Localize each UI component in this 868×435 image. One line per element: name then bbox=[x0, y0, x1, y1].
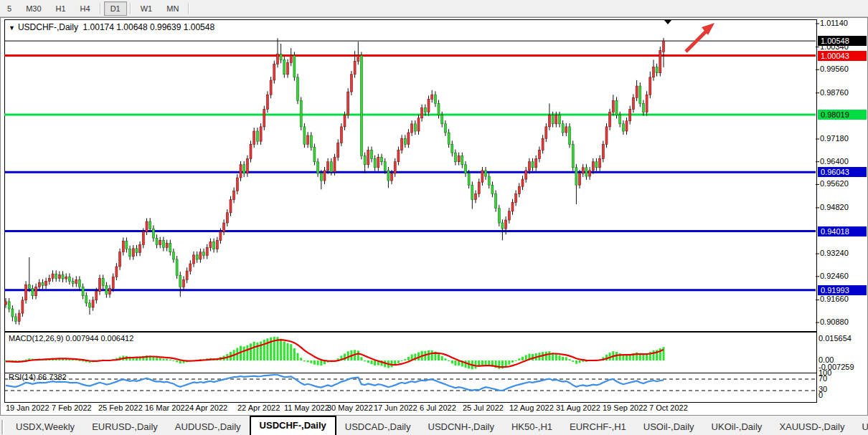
symbol-tab-eurchf-h1[interactable]: EURCHF-,H1 bbox=[561, 419, 635, 435]
timeframe-button-M30[interactable]: M30 bbox=[19, 1, 47, 16]
rsi-axis-0: 0 bbox=[819, 391, 823, 399]
symbol-tab-usdchf-daily[interactable]: USDCHF-,Daily bbox=[250, 416, 336, 435]
price-pane[interactable] bbox=[4, 19, 817, 332]
symbol-tab-ukoil-daily[interactable]: UKOil-,Daily bbox=[703, 419, 771, 435]
symbol-tab-usdx-weekly[interactable]: USDX,Weekly bbox=[7, 419, 83, 435]
price-tick-0.98760: 0.98760 bbox=[820, 88, 849, 97]
symbol-tab-ukoil-da[interactable]: UKOil-,Da bbox=[853, 419, 868, 435]
date-tick: 31 Aug 2022 bbox=[556, 403, 600, 412]
price-badge-1.00548: 1.00548 bbox=[818, 36, 867, 46]
toolbar-separator bbox=[188, 3, 189, 14]
date-tick: 12 Aug 2022 bbox=[509, 403, 554, 412]
timeframe-button-MN[interactable]: MN bbox=[160, 1, 185, 16]
date-tick: 25 Jul 2022 bbox=[463, 403, 504, 412]
symbol-tab-audusd-daily[interactable]: AUDUSD-,Daily bbox=[166, 419, 250, 435]
date-tick: 19 Sep 2022 bbox=[603, 403, 647, 412]
date-tick: 19 Jan 2022 bbox=[6, 403, 49, 412]
price-tick-0.95620: 0.95620 bbox=[820, 179, 849, 188]
symbol-tab-hk50-h1[interactable]: HK50-,H1 bbox=[503, 419, 561, 435]
chart-title: ▼USDCHF-,Daily 1.00174 1.00648 0.99639 1… bbox=[9, 22, 214, 32]
price-badge-0.96043: 0.96043 bbox=[818, 167, 867, 177]
price-badge-1.00043: 1.00043 bbox=[818, 51, 867, 61]
toolbar-separator bbox=[130, 3, 131, 14]
price-tick-0.91660: 0.91660 bbox=[820, 295, 849, 303]
date-tick: 6 Jul 2022 bbox=[420, 403, 456, 412]
rsi-label: RSI(14) 66.7382 bbox=[9, 373, 67, 381]
date-tick: 25 Feb 2022 bbox=[98, 403, 143, 412]
date-tick: 7 Feb 2022 bbox=[52, 403, 92, 412]
date-tick: 11 May 2022 bbox=[284, 403, 329, 412]
tabbar-grip[interactable] bbox=[1, 420, 4, 434]
date-tick: 30 May 2022 bbox=[327, 403, 373, 412]
date-tick: 22 Apr 2022 bbox=[237, 403, 280, 412]
chart-window bbox=[0, 17, 868, 416]
symbol-label: USDCHF-,Daily bbox=[18, 22, 78, 32]
symbol-tab-eurusd-daily[interactable]: EURUSD-,Daily bbox=[83, 419, 166, 435]
date-tick: 16 Mar 2022 bbox=[145, 403, 189, 412]
price-tick-0.92460: 0.92460 bbox=[820, 272, 849, 280]
price-badge-0.94018: 0.94018 bbox=[818, 226, 867, 236]
price-badge-0.98019: 0.98019 bbox=[818, 110, 867, 120]
price-tick-0.96400: 0.96400 bbox=[820, 157, 849, 166]
price-tick-0.90880: 0.90880 bbox=[820, 317, 849, 326]
price-badge-0.91993: 0.91993 bbox=[818, 285, 867, 295]
symbol-tab-bar: USDX,WeeklyEURUSD-,DailyAUDUSD-,DailyUSD… bbox=[0, 415, 868, 435]
toolbar-separator bbox=[100, 3, 101, 14]
rsi-pane[interactable] bbox=[4, 373, 817, 403]
rsi-axis-70: 70 bbox=[819, 374, 827, 383]
symbol-tab-xauusd-daily[interactable]: XAUUSD-,Daily bbox=[770, 419, 853, 435]
date-tick: 17 Jun 2022 bbox=[374, 403, 418, 412]
price-tick-0.99560: 0.99560 bbox=[820, 64, 849, 73]
timeframe-button-W1[interactable]: W1 bbox=[134, 1, 159, 16]
symbol-tab-usdcad-daily[interactable]: USDCAD-,Daily bbox=[336, 419, 420, 435]
timeframe-button-5[interactable]: 5 bbox=[1, 1, 18, 16]
ohlc-values: 1.00174 1.00648 0.99639 1.00548 bbox=[83, 22, 215, 32]
macd-label: MACD(12,26,9) 0.007944 0.006412 bbox=[9, 334, 133, 343]
macd-axis-0.015654: 0.015654 bbox=[819, 334, 852, 343]
timeframe-button-H4[interactable]: H4 bbox=[74, 1, 97, 16]
date-tick: 4 Apr 2022 bbox=[189, 403, 227, 412]
price-tick-0.93240: 0.93240 bbox=[820, 249, 849, 257]
price-tick-1.01140: 1.01140 bbox=[820, 19, 848, 27]
symbol-tab-usoil-daily[interactable]: USOil-,Daily bbox=[635, 419, 703, 435]
symbol-tab-usdcnh-daily[interactable]: USDCNH-,Daily bbox=[420, 419, 503, 435]
mt4-window: 5M30H1H4D1W1MN ▼USDCHF-,Daily 1.00174 1.… bbox=[0, 0, 868, 435]
timeframe-toolbar: 5M30H1H4D1W1MN bbox=[0, 0, 868, 17]
timeframe-button-H1[interactable]: H1 bbox=[49, 1, 72, 16]
price-tick-0.97180: 0.97180 bbox=[820, 134, 849, 143]
date-tick: 7 Oct 2022 bbox=[649, 403, 688, 412]
price-tick-0.94820: 0.94820 bbox=[820, 203, 849, 211]
timeframe-button-D1[interactable]: D1 bbox=[104, 1, 127, 16]
chevron-down-icon[interactable]: ▼ bbox=[9, 24, 15, 32]
